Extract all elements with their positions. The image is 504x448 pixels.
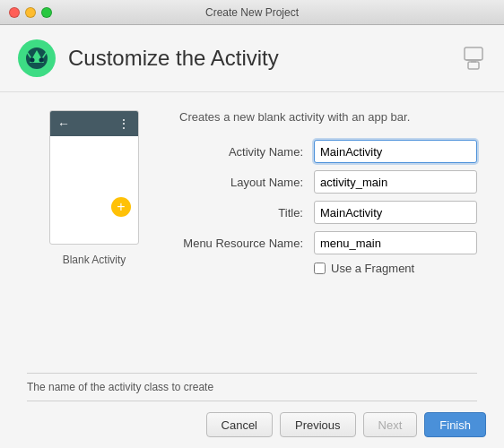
- svg-point-3: [39, 58, 44, 63]
- close-button[interactable]: [9, 7, 20, 18]
- maximize-button[interactable]: [41, 7, 52, 18]
- android-studio-logo: [18, 39, 56, 77]
- svg-rect-4: [465, 47, 482, 60]
- status-text: The name of the activity class to create: [27, 381, 213, 393]
- title-row: Title:: [179, 201, 477, 224]
- activity-name-label: Activity Name:: [179, 145, 314, 159]
- page-title: Customize the Activity: [68, 46, 279, 71]
- footer: Cancel Previous Next Finish: [0, 401, 504, 448]
- activity-name-row: Activity Name:: [179, 140, 477, 163]
- previous-button[interactable]: Previous: [280, 412, 356, 437]
- layout-name-label: Layout Name:: [179, 176, 314, 189]
- main-content: Customize the Activity ← ⋮ + Blan: [0, 25, 504, 448]
- finish-button[interactable]: Finish: [424, 412, 486, 437]
- menu-resource-input[interactable]: [314, 231, 477, 254]
- preview-fab-button: +: [111, 197, 131, 217]
- title-input[interactable]: [314, 201, 477, 224]
- menu-resource-label: Menu Resource Name:: [179, 237, 314, 250]
- title-bar: Create New Project: [0, 0, 504, 25]
- layout-name-input[interactable]: [314, 170, 477, 194]
- svg-rect-5: [468, 62, 479, 69]
- use-fragment-label: Use a Fragment: [331, 262, 414, 275]
- description-text: Creates a new blank activity with an app…: [179, 110, 477, 124]
- preview-toolbar: ← ⋮: [50, 111, 138, 136]
- menu-resource-row: Menu Resource Name:: [179, 231, 477, 254]
- minimize-button[interactable]: [25, 7, 36, 18]
- activity-preview-panel: ← ⋮ + Blank Activity: [27, 110, 161, 355]
- body: ← ⋮ + Blank Activity Creates a new blank…: [0, 92, 504, 373]
- window-title: Create New Project: [205, 6, 299, 19]
- window-controls[interactable]: [9, 7, 52, 18]
- activity-name-input[interactable]: [314, 140, 477, 163]
- preview-menu-icon: ⋮: [117, 116, 131, 131]
- header: Customize the Activity: [0, 25, 504, 92]
- preview-back-arrow-icon: ←: [57, 116, 70, 131]
- device-icon: [461, 45, 486, 73]
- next-button[interactable]: Next: [363, 412, 418, 437]
- activity-preview: ← ⋮ +: [49, 110, 139, 245]
- title-label: Title:: [179, 206, 314, 220]
- use-fragment-checkbox[interactable]: [314, 263, 326, 274]
- layout-name-row: Layout Name:: [179, 170, 477, 194]
- svg-point-2: [30, 58, 35, 63]
- preview-content-area: +: [50, 136, 138, 226]
- form-panel: Creates a new blank activity with an app…: [179, 110, 477, 355]
- activity-type-label: Blank Activity: [63, 254, 126, 266]
- use-fragment-row: Use a Fragment: [179, 262, 477, 275]
- cancel-button[interactable]: Cancel: [206, 412, 273, 437]
- status-bar: The name of the activity class to create: [0, 374, 504, 401]
